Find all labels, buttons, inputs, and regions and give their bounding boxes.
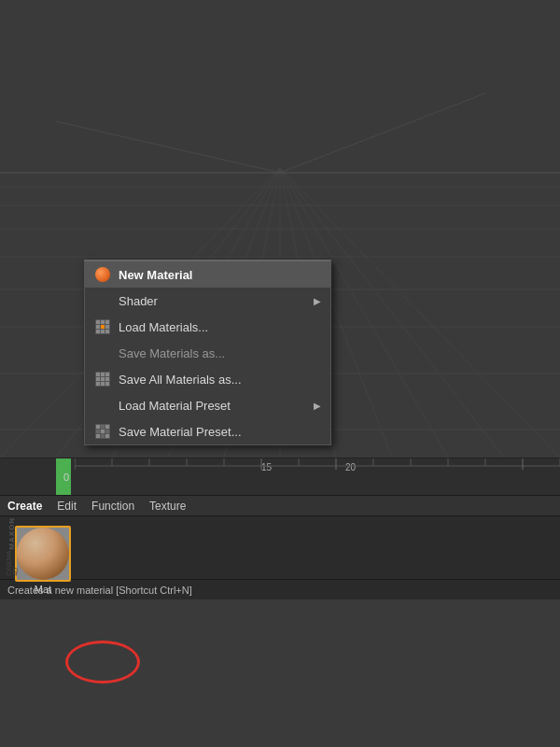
svg-rect-49 bbox=[96, 373, 100, 376]
svg-rect-60 bbox=[101, 425, 105, 429]
maxon-logo: MAXON CINEMA 4D bbox=[7, 522, 16, 571]
timeline-ruler: 15 20 bbox=[75, 458, 560, 495]
svg-rect-67 bbox=[105, 434, 109, 438]
menu-item-load-materials[interactable]: Load Materials... bbox=[85, 314, 330, 340]
svg-rect-45 bbox=[96, 330, 100, 333]
menu-item-load-material-preset[interactable]: Load Material Preset ▶ bbox=[85, 392, 330, 418]
material-item-wrapper: Mat bbox=[15, 503, 71, 595]
svg-rect-63 bbox=[101, 430, 105, 433]
maxon-brand-text: MAXON bbox=[7, 517, 16, 550]
material-bar: Create Edit Function Texture Mat MAXON C… bbox=[0, 495, 560, 579]
svg-rect-52 bbox=[96, 377, 100, 381]
menu-texture[interactable]: Texture bbox=[149, 500, 186, 513]
menu-item-new-material[interactable]: New Material bbox=[85, 261, 330, 288]
svg-rect-51 bbox=[105, 373, 109, 376]
svg-rect-56 bbox=[101, 382, 105, 386]
cinema4d-text: CINEMA 4D bbox=[6, 551, 19, 576]
svg-rect-46 bbox=[101, 330, 105, 333]
load-material-preset-label: Load Material Preset bbox=[119, 399, 306, 413]
shader-icon-placeholder bbox=[94, 292, 111, 309]
shader-arrow-icon: ▶ bbox=[314, 296, 321, 306]
svg-rect-65 bbox=[96, 434, 100, 438]
save-material-preset-label: Save Material Preset... bbox=[119, 425, 321, 439]
svg-rect-61 bbox=[105, 425, 109, 429]
sphere-material-icon bbox=[94, 266, 111, 283]
svg-rect-62 bbox=[96, 430, 100, 433]
menu-item-save-materials[interactable]: Save Materials as... bbox=[85, 340, 330, 366]
menu-item-save-all-materials[interactable]: Save All Materials as... bbox=[85, 366, 330, 392]
new-material-label: New Material bbox=[119, 268, 321, 282]
menu-item-save-material-preset[interactable]: Save Material Preset... bbox=[85, 418, 330, 444]
material-sphere-preview bbox=[17, 528, 69, 580]
svg-rect-64 bbox=[105, 430, 109, 433]
load-preset-arrow-icon: ▶ bbox=[314, 401, 321, 411]
svg-rect-39 bbox=[96, 320, 100, 324]
load-preset-icon-placeholder bbox=[94, 397, 111, 414]
svg-rect-57 bbox=[105, 382, 109, 386]
menu-edit[interactable]: Edit bbox=[57, 500, 77, 513]
svg-rect-43 bbox=[101, 325, 105, 329]
svg-rect-66 bbox=[101, 434, 105, 438]
load-materials-label: Load Materials... bbox=[119, 320, 321, 334]
svg-rect-59 bbox=[96, 425, 100, 429]
svg-rect-40 bbox=[101, 320, 105, 324]
save-all-materials-label: Save All Materials as... bbox=[119, 373, 321, 387]
load-materials-icon bbox=[94, 318, 111, 335]
save-all-materials-icon bbox=[94, 371, 111, 388]
status-bar: Creates a new material [Shortcut Ctrl+N] bbox=[0, 579, 560, 599]
menu-function[interactable]: Function bbox=[91, 500, 134, 513]
timeline: 0 15 20 bbox=[0, 458, 560, 495]
context-menu: New Material Shader ▶ Load Materials... bbox=[84, 260, 331, 445]
svg-rect-53 bbox=[101, 377, 105, 381]
svg-rect-54 bbox=[105, 377, 109, 381]
create-menu-highlight-circle bbox=[65, 641, 140, 684]
svg-rect-41 bbox=[105, 320, 109, 324]
save-preset-icon bbox=[94, 423, 111, 440]
menu-create[interactable]: Create bbox=[7, 500, 42, 513]
svg-rect-47 bbox=[105, 330, 109, 333]
shader-label: Shader bbox=[119, 294, 306, 308]
svg-rect-42 bbox=[96, 325, 100, 329]
timeline-zero-label: 0 bbox=[63, 472, 69, 483]
material-bar-menu: Create Edit Function Texture bbox=[0, 496, 560, 516]
save-materials-icon-placeholder bbox=[94, 345, 111, 361]
material-thumbnail[interactable] bbox=[15, 526, 71, 582]
svg-rect-44 bbox=[105, 325, 109, 329]
svg-rect-50 bbox=[101, 373, 105, 376]
menu-item-shader[interactable]: Shader ▶ bbox=[85, 288, 330, 314]
save-materials-label: Save Materials as... bbox=[119, 346, 321, 360]
material-label: Mat bbox=[35, 584, 51, 595]
svg-rect-55 bbox=[96, 382, 100, 386]
